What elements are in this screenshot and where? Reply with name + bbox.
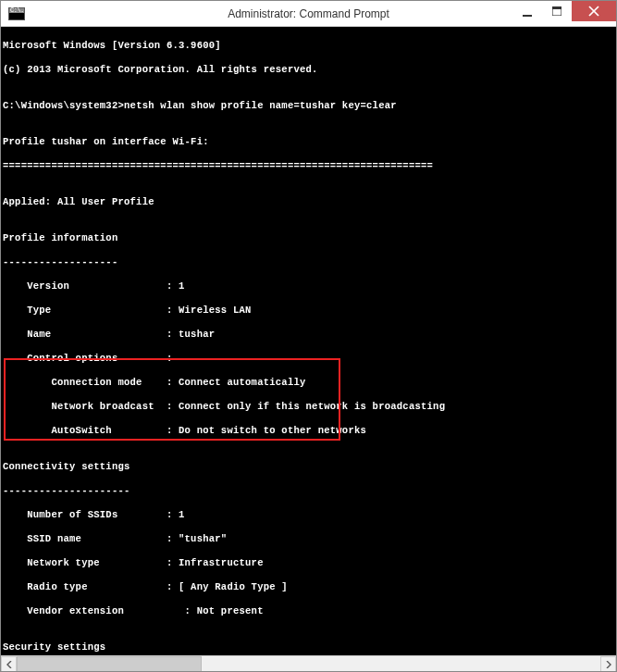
out-line: Network type : Infrastructure <box>3 557 616 569</box>
out-line: Vendor extension : Not present <box>3 605 616 617</box>
minimize-icon <box>523 15 532 17</box>
svg-rect-0 <box>523 15 532 17</box>
window-controls <box>512 1 616 26</box>
maximize-button[interactable] <box>542 1 572 21</box>
cmd-icon-label: C:\. <box>9 8 24 13</box>
close-icon <box>588 6 599 17</box>
out-line: Version : 1 <box>3 280 616 292</box>
command-prompt-window: C:\. Administrator: Command Prompt Micro… <box>0 0 617 672</box>
out-line: SSID name : "tushar" <box>3 533 616 545</box>
out-line: Applied: All User Profile <box>3 196 616 208</box>
scroll-thumb[interactable] <box>17 656 202 671</box>
svg-rect-2 <box>552 6 561 9</box>
out-line: ========================================… <box>3 160 616 172</box>
out-line: AutoSwitch : Do not switch to other netw… <box>3 425 616 437</box>
out-line: Microsoft Windows [Version 6.3.9600] <box>3 40 616 52</box>
out-line: Type : Wireless LAN <box>3 305 616 317</box>
out-line: ------------------- <box>3 256 616 268</box>
scroll-left-button[interactable] <box>1 656 17 671</box>
out-line: C:\Windows\system32>netsh wlan show prof… <box>3 100 616 112</box>
section-header: Security settings <box>3 641 616 653</box>
out-line: Profile tushar on interface Wi-Fi: <box>3 136 616 148</box>
prompt: C:\Windows\system32> <box>3 100 124 111</box>
terminal-output[interactable]: Microsoft Windows [Version 6.3.9600] (c)… <box>1 27 616 655</box>
maximize-icon <box>552 6 561 16</box>
out-line: Control options : <box>3 353 616 365</box>
minimize-button[interactable] <box>512 1 542 21</box>
out-line: Radio type : [ Any Radio Type ] <box>3 581 616 593</box>
out-line: Connection mode : Connect automatically <box>3 377 616 389</box>
close-button[interactable] <box>572 1 616 21</box>
out-line: Network broadcast : Connect only if this… <box>3 401 616 413</box>
titlebar[interactable]: C:\. Administrator: Command Prompt <box>1 1 616 27</box>
section-header: Profile information <box>3 232 616 244</box>
chevron-right-icon <box>606 661 611 668</box>
out-line: --------------------- <box>3 485 616 497</box>
cmd-icon: C:\. <box>8 7 25 20</box>
terminal-area: Microsoft Windows [Version 6.3.9600] (c)… <box>1 27 616 671</box>
out-line: Name : tushar <box>3 329 616 341</box>
section-header: Connectivity settings <box>3 461 616 473</box>
out-line: Number of SSIDs : 1 <box>3 509 616 521</box>
out-line: (c) 2013 Microsoft Corporation. All righ… <box>3 64 616 76</box>
horizontal-scrollbar[interactable] <box>1 655 616 671</box>
scroll-right-button[interactable] <box>600 656 616 671</box>
chevron-left-icon <box>6 661 12 668</box>
command-input: netsh wlan show profile name=tushar key=… <box>124 100 397 111</box>
